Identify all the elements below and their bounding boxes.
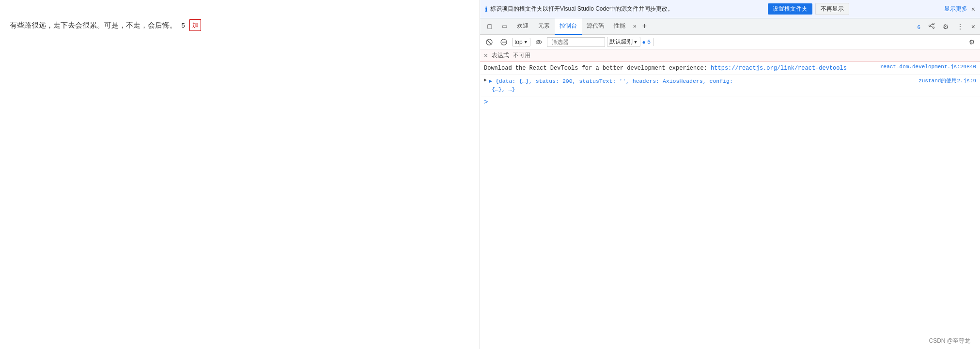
tab-console[interactable]: 控制台: [555, 18, 582, 35]
info-bar-left: ℹ 标识项目的根文件夹以打开Visual Studio Code中的源文件并同步…: [485, 5, 673, 13]
tab-more[interactable]: »: [630, 18, 639, 35]
inspect-icon: ▢: [487, 23, 492, 30]
top-label: top: [514, 39, 523, 46]
expression-value: 不可用: [513, 51, 530, 60]
add-button[interactable]: 加: [189, 19, 201, 31]
console-entry-1: react-dom.development.js:29840 Download …: [480, 62, 980, 75]
source-link-2[interactable]: zustand的使用2.js:9: [918, 77, 976, 84]
info-icon: ℹ: [485, 5, 487, 13]
tab-welcome-label: 欢迎: [517, 22, 529, 30]
expand-arrow-icon[interactable]: ▶: [484, 77, 487, 83]
top-context-dropdown[interactable]: top ▼: [512, 38, 530, 46]
devtools-panel: ℹ 标识项目的根文件夹以打开Visual Studio Code中的源文件并同步…: [480, 0, 980, 349]
expression-row: × 表达式 不可用: [480, 49, 980, 62]
tab-inspect[interactable]: ▢: [482, 18, 497, 35]
tab-sources[interactable]: 源代码: [582, 18, 609, 35]
level-dropdown[interactable]: 默认级别 ▼: [607, 37, 640, 47]
tab-elements[interactable]: 元素: [533, 18, 555, 35]
dropdown-arrow-icon: ▼: [524, 40, 528, 45]
console-content: react-dom.development.js:29840 Download …: [480, 62, 980, 349]
info-bar: ℹ 标识项目的根文件夹以打开Visual Studio Code中的源文件并同步…: [480, 0, 980, 18]
toolbar-separator: [653, 38, 654, 46]
console-message-1: Download the React DevTools for a better…: [484, 65, 847, 72]
svg-point-0: [933, 23, 934, 25]
message-text-1: Download the React DevTools for a better…: [484, 65, 711, 72]
tab-console-label: 控制台: [560, 22, 577, 30]
no-show-button[interactable]: 不再显示: [815, 3, 849, 15]
console-settings-icon[interactable]: ⚙: [967, 37, 977, 47]
react-devtools-link[interactable]: https://reactjs.org/link/react-devtools: [711, 65, 847, 72]
data-line2: {…}, …}: [492, 86, 515, 92]
clear-console-button[interactable]: [483, 38, 496, 46]
info-bar-right: 显示更多 ×: [944, 5, 975, 13]
share-icon[interactable]: [925, 20, 938, 32]
filter-input[interactable]: [547, 37, 605, 47]
webpage-content: 有些路很远，走下去会很累。可是，不走，会后悔。 5 加: [0, 0, 480, 349]
eye-button[interactable]: [532, 38, 545, 46]
menu-icon[interactable]: ⋮: [954, 21, 966, 32]
info-close-button[interactable]: ×: [971, 5, 975, 13]
svg-point-10: [538, 41, 540, 43]
svg-line-3: [930, 24, 933, 25]
tab-sources-label: 源代码: [587, 22, 604, 30]
add-tab-icon: +: [642, 22, 647, 30]
tab-welcome[interactable]: 欢迎: [512, 18, 533, 35]
source-link-1[interactable]: react-dom.development.js:29840: [880, 64, 976, 70]
page-text-content: 有些路很远，走下去会很累。可是，不走，会后悔。 5 加: [10, 19, 470, 31]
console-error-badge: ● 6: [642, 39, 651, 46]
data-line1: ▶ {data: {…}, status: 200, statusText: '…: [489, 77, 733, 85]
more-icon: »: [633, 23, 637, 30]
filter-console-button[interactable]: [498, 38, 510, 46]
info-text: 标识项目的根文件夹以打开Visual Studio Code中的源文件并同步更改…: [490, 5, 673, 13]
console-badge-count: 6: [647, 39, 651, 46]
set-root-button[interactable]: 设置根文件夹: [768, 3, 812, 15]
expression-close-button[interactable]: ×: [484, 52, 488, 59]
attribution-text: CSDN @至尊龙: [929, 337, 970, 344]
settings-icon[interactable]: ⚙: [940, 21, 952, 32]
tab-performance[interactable]: 性能: [609, 18, 630, 35]
tab-performance-label: 性能: [614, 22, 625, 30]
svg-line-4: [930, 26, 933, 27]
show-more-link[interactable]: 显示更多: [944, 5, 967, 13]
svg-line-6: [487, 40, 492, 44]
svg-point-1: [933, 27, 934, 29]
info-bar-buttons: 设置根文件夹 不再显示: [768, 3, 849, 15]
device-icon: ▭: [502, 23, 507, 30]
data-expandable[interactable]: ▶ ▶ {data: {…}, status: 200, statusText:…: [484, 77, 918, 85]
console-entry-2: zustand的使用2.js:9 ▶ ▶ {data: {…}, status:…: [480, 75, 980, 96]
attribution: CSDN @至尊龙: [929, 337, 970, 345]
tabs-right-actions: 6 ⚙ ⋮ ×: [915, 20, 978, 32]
count-display: 5: [179, 21, 187, 30]
level-label: 默认级别: [609, 38, 633, 46]
console-toolbar: top ▼ 默认级别 ▼ ● 6 ⚙: [480, 35, 980, 49]
tab-elements-label: 元素: [538, 22, 550, 30]
level-dropdown-arrow: ▼: [634, 40, 638, 45]
main-text: 有些路很远，走下去会很累。可是，不走，会后悔。: [10, 21, 177, 30]
devtools-close-icon[interactable]: ×: [968, 21, 978, 32]
devtools-tabs: ▢ ▭ 欢迎 元素 控制台 源代码 性能 » + 6: [480, 18, 980, 35]
badge-count: 6: [918, 24, 920, 30]
expression-label: 表达式: [492, 51, 509, 60]
tab-device[interactable]: ▭: [497, 18, 512, 35]
tab-add[interactable]: +: [639, 18, 650, 35]
svg-point-2: [929, 25, 930, 27]
badge-icon: 6: [915, 21, 923, 32]
chevron-more-button[interactable]: >: [480, 96, 980, 108]
